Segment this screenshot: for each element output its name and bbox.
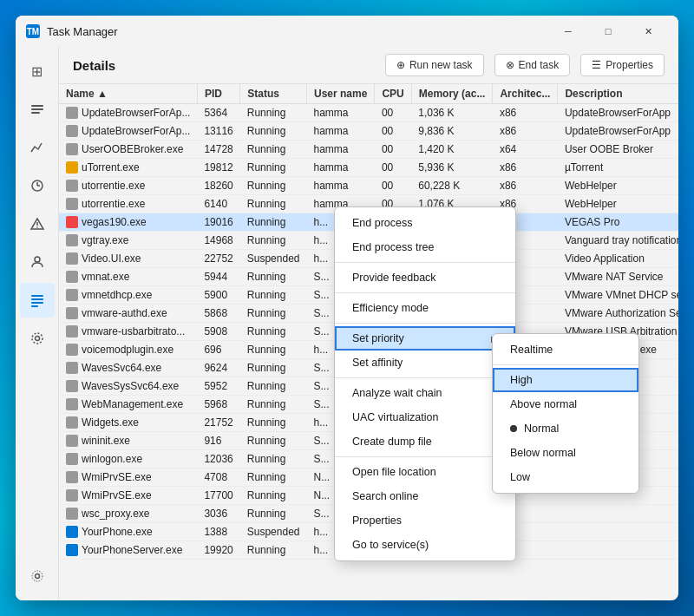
sub-low[interactable]: Low — [493, 465, 638, 489]
svg-rect-0 — [31, 105, 43, 107]
cell-desc: UpdateBrowserForApp — [558, 122, 678, 141]
cell-name: UpdateBrowserForAp... — [59, 104, 197, 122]
sidebar-item-startup[interactable] — [20, 206, 55, 241]
cell-name: Widgets.exe — [59, 414, 197, 432]
cell-name: YourPhone.exe — [59, 523, 197, 541]
cell-user: hamma — [307, 141, 375, 159]
svg-point-16 — [35, 574, 39, 579]
cell-status: Running — [240, 104, 307, 122]
col-arch[interactable]: Architec... — [493, 84, 558, 104]
cell-desc: User OOBE Broker — [558, 141, 678, 159]
cell-desc: µTorrent — [558, 159, 678, 177]
cell-pid: 17700 — [197, 487, 239, 505]
ctx-set-priority[interactable]: Set priority ▶ — [335, 326, 515, 351]
cell-status: Running — [240, 268, 307, 286]
window-controls: ─ □ ✕ — [548, 16, 668, 47]
app-icon: TM — [26, 24, 40, 38]
cell-memory: 1,420 K — [411, 141, 493, 159]
maximize-button[interactable]: □ — [588, 16, 628, 47]
cell-status: Running — [240, 377, 307, 396]
table-row[interactable]: UpdateBrowserForAp... 5364 Running hamma… — [59, 104, 678, 122]
properties-button[interactable]: ☰ Properties — [580, 54, 665, 76]
col-cpu[interactable]: CPU — [375, 84, 411, 104]
table-row[interactable]: UpdateBrowserForAp... 13116 Running hamm… — [59, 122, 678, 141]
normal-dot — [510, 425, 517, 432]
col-desc[interactable]: Description — [558, 84, 678, 104]
cell-status: Running — [240, 505, 307, 523]
cell-pid: 696 — [197, 341, 239, 359]
table-row[interactable]: uTorrent.exe 19812 Running hamma 00 5,93… — [59, 159, 678, 177]
cell-pid: 9624 — [197, 359, 239, 377]
cell-user: hamma — [307, 177, 375, 195]
sidebar-bottom — [20, 559, 55, 600]
ctx-set-affinity[interactable]: Set affinity — [335, 351, 515, 375]
sidebar-item-performance[interactable] — [20, 130, 55, 165]
cell-pid: 18260 — [197, 177, 239, 195]
sub-above-normal[interactable]: Above normal — [493, 392, 638, 416]
ctx-analyze-wait-chain[interactable]: Analyze wait chain — [335, 381, 515, 405]
cell-name: YourPhoneServer.exe — [59, 541, 197, 560]
cell-name: Video.UI.exe — [59, 250, 197, 268]
svg-point-17 — [32, 571, 43, 581]
minimize-button[interactable]: ─ — [548, 16, 588, 47]
ctx-end-process[interactable]: End process — [335, 211, 515, 235]
sub-normal[interactable]: Normal — [493, 416, 638, 441]
ctx-uac-virtualization[interactable]: UAC virtualization — [335, 405, 515, 429]
svg-rect-10 — [31, 295, 43, 297]
cell-arch: x86 — [493, 159, 558, 177]
ctx-efficiency-mode[interactable]: Efficiency mode — [335, 296, 515, 320]
cell-name: UpdateBrowserForAp... — [59, 122, 197, 141]
sidebar-item-services[interactable] — [20, 321, 55, 356]
run-new-task-button[interactable]: ⊕ Run new task — [385, 54, 484, 76]
cell-pid: 5364 — [197, 104, 239, 122]
cell-desc — [558, 505, 678, 523]
col-pid[interactable]: PID — [197, 84, 239, 104]
table-row[interactable]: utorrentie.exe 18260 Running hamma 00 60… — [59, 177, 678, 195]
col-name[interactable]: Name ▲ — [59, 84, 197, 104]
cell-name: UserOOBEBroker.exe — [59, 141, 197, 159]
sub-below-normal[interactable]: Below normal — [493, 441, 638, 465]
sidebar-item-history[interactable] — [20, 168, 55, 203]
ctx-properties[interactable]: Properties — [335, 508, 515, 533]
cell-memory: 60,228 K — [411, 177, 493, 195]
cell-cpu: 00 — [375, 104, 411, 122]
ctx-create-dump[interactable]: Create dump file — [335, 429, 515, 454]
ctx-end-process-tree[interactable]: End process tree — [335, 235, 515, 259]
sub-realtime[interactable]: Realtime — [493, 337, 638, 362]
table-row[interactable]: UserOOBEBroker.exe 14728 Running hamma 0… — [59, 141, 678, 159]
svg-rect-13 — [31, 305, 38, 307]
sub-sep-1 — [493, 364, 638, 365]
ctx-search-online[interactable]: Search online — [335, 484, 515, 508]
ctx-provide-feedback[interactable]: Provide feedback — [335, 265, 515, 290]
col-memory[interactable]: Memory (ac... — [411, 84, 493, 104]
sidebar-item-pin[interactable]: ⊞ — [20, 54, 55, 88]
cell-status: Running — [240, 341, 307, 359]
cell-memory: 9,836 K — [411, 122, 493, 141]
cell-name: utorrentie.exe — [59, 195, 197, 213]
close-button[interactable]: ✕ — [628, 16, 668, 47]
cell-name: vmnetdhcp.exe — [59, 286, 197, 305]
sidebar-item-details[interactable] — [20, 283, 55, 318]
col-user[interactable]: User name — [307, 84, 375, 104]
svg-point-8 — [36, 226, 38, 228]
sub-high[interactable]: High — [493, 368, 638, 392]
ctx-go-to-service[interactable]: Go to service(s) — [335, 533, 515, 557]
ctx-open-file-location[interactable]: Open file location — [335, 460, 515, 484]
details-header: Details ⊕ Run new task ⊗ End task ☰ Prop… — [59, 47, 678, 84]
col-status[interactable]: Status — [240, 84, 307, 104]
sidebar: ⊞ — [16, 47, 59, 600]
cell-arch: x64 — [493, 141, 558, 159]
sidebar-item-processes[interactable] — [20, 92, 55, 127]
cell-name: vmware-authd.exe — [59, 305, 197, 323]
table-header-row: Name ▲ PID Status User name CPU Memory (… — [59, 84, 678, 104]
cell-desc: VMware VMnet DHCP serv... — [558, 286, 678, 305]
cell-status: Running — [240, 450, 307, 469]
sidebar-item-settings[interactable] — [20, 559, 55, 593]
sidebar-item-users[interactable] — [20, 245, 55, 279]
context-menu: End process End process tree Provide fee… — [334, 206, 516, 561]
cell-desc: Video Application — [558, 250, 678, 268]
end-task-button[interactable]: ⊗ End task — [494, 54, 571, 76]
cell-name: WavesSvc64.exe — [59, 359, 197, 377]
cell-pid: 5968 — [197, 396, 239, 414]
cell-desc — [558, 523, 678, 541]
